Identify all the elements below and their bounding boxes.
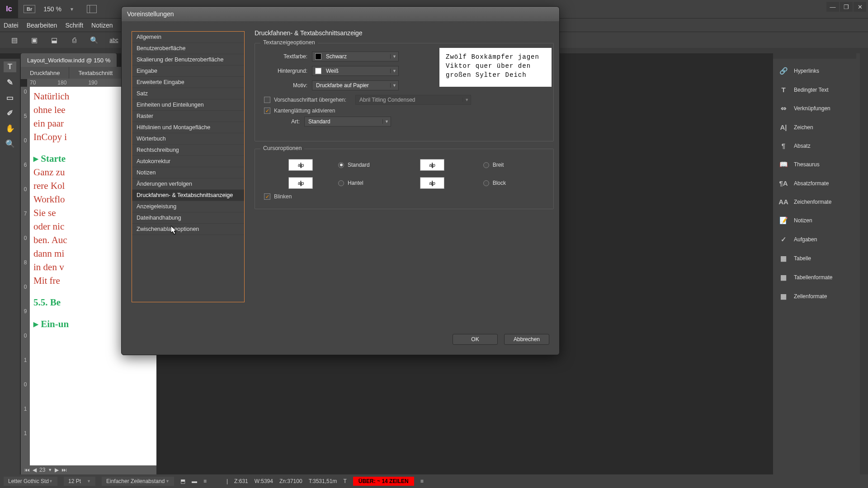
panel-label: Zeichen bbox=[794, 124, 813, 131]
save-icon[interactable]: ⬓ bbox=[50, 36, 59, 44]
document-tab[interactable]: Layout_Workflow.indd @ 150 % bbox=[21, 53, 117, 67]
panel-label: Verknüpfungen bbox=[794, 105, 830, 112]
text-color-combo[interactable]: Schwarz▼ bbox=[312, 52, 399, 61]
panel-hyperlinks[interactable]: 🔗Hyperlinks bbox=[773, 61, 860, 80]
panel-tabellenformate[interactable]: ▦Tabellenformate bbox=[773, 268, 860, 287]
layout-mode-icon[interactable] bbox=[87, 5, 97, 13]
spellcheck-icon[interactable]: abc bbox=[109, 36, 118, 44]
category-item[interactable]: Notizen bbox=[132, 167, 244, 178]
type-tool-icon[interactable]: T bbox=[4, 61, 16, 72]
cancel-button[interactable]: Abbrechen bbox=[504, 334, 549, 345]
panel-bedingter text[interactable]: TBedingter Text bbox=[773, 80, 860, 99]
zoom-dropdown-icon[interactable]: ▼ bbox=[70, 7, 74, 12]
first-page-icon[interactable]: ⏮ bbox=[24, 467, 30, 473]
category-item[interactable]: Erweiterte Eingabe bbox=[132, 77, 244, 88]
font-family-combo[interactable]: Letter Gothic Std▼ bbox=[4, 477, 57, 486]
line-toggle-icon[interactable]: ≡ bbox=[203, 478, 207, 484]
search-icon[interactable]: 🔍 bbox=[90, 36, 99, 44]
eyedropper-tool-icon[interactable]: ✐ bbox=[4, 108, 16, 118]
next-page-icon[interactable]: ▶ bbox=[55, 467, 59, 473]
open-icon[interactable]: ▣ bbox=[30, 36, 39, 44]
panel-absatzformate[interactable]: ¶AAbsatzformate bbox=[773, 174, 860, 192]
category-item[interactable]: Änderungen verfolgen bbox=[132, 178, 244, 190]
page-dropdown-icon[interactable]: ▼ bbox=[48, 468, 52, 472]
panel-zellenformate[interactable]: ▦Zellenformate bbox=[773, 287, 860, 306]
category-item[interactable]: Dateihandhabung bbox=[132, 212, 244, 224]
leading-combo[interactable]: Einfacher Zeilenabstand▼ bbox=[102, 477, 174, 486]
right-panel-scrollbar[interactable] bbox=[860, 53, 868, 474]
cursor-options-legend: Cursoroptionen bbox=[260, 145, 304, 151]
panel-absatz[interactable]: ¶Absatz bbox=[773, 136, 860, 155]
print-icon[interactable]: ⎙ bbox=[70, 36, 79, 44]
vertical-ruler: 050607080901011 bbox=[21, 87, 30, 474]
category-list[interactable]: AllgemeinBenutzeroberflächeSkalierung de… bbox=[132, 31, 245, 302]
background-combo[interactable]: Weiß▼ bbox=[312, 66, 399, 76]
category-item[interactable]: Eingabe bbox=[132, 66, 244, 77]
dialog-title: Voreinstellungen bbox=[122, 7, 559, 21]
window-maximize-button[interactable]: ❐ bbox=[840, 2, 853, 12]
hand-tool-icon[interactable]: ✋ bbox=[4, 123, 16, 134]
category-item[interactable]: Druckfahnen- & Textabschnittsanzeige bbox=[132, 190, 244, 201]
motif-combo[interactable]: Druckfarbe auf Papier▼ bbox=[312, 80, 399, 90]
pen-tool-icon[interactable]: ✎ bbox=[4, 77, 16, 88]
cursor-thumb-breit: a|p bbox=[420, 159, 444, 171]
panel-zeichen[interactable]: A|Zeichen bbox=[773, 118, 860, 136]
cursor-thumb-standard: a|p bbox=[288, 159, 313, 171]
category-item[interactable]: Autokorrektur bbox=[132, 156, 244, 167]
category-item[interactable]: Anzeigeleistung bbox=[132, 201, 244, 212]
category-item[interactable]: Raster bbox=[132, 111, 244, 122]
menu-datei[interactable]: Datei bbox=[4, 22, 19, 29]
mode-tab[interactable]: Druckfahne bbox=[21, 67, 69, 79]
category-item[interactable]: Einheiten und Einteilungen bbox=[132, 99, 244, 111]
type-indicator-icon: T bbox=[343, 478, 346, 484]
hamburger-icon[interactable]: ≡ bbox=[420, 478, 424, 484]
panel-zeichenformate[interactable]: AAZeichenformate bbox=[773, 192, 860, 211]
category-item[interactable]: Hilfslinien und Montagefläche bbox=[132, 122, 244, 133]
column-toggle-icon[interactable]: ⬒ bbox=[180, 478, 185, 484]
category-item[interactable]: Rechtschreibung bbox=[132, 145, 244, 156]
blink-checkbox[interactable] bbox=[264, 193, 270, 200]
zoom-level[interactable]: 150 % bbox=[43, 5, 61, 13]
block-toggle-icon[interactable]: ▬ bbox=[192, 478, 197, 484]
panel-label: Hyperlinks bbox=[794, 68, 819, 74]
panel-thesaurus[interactable]: 📖Thesaurus bbox=[773, 155, 860, 174]
prev-page-icon[interactable]: ◀ bbox=[33, 467, 37, 473]
antialias-type-label: Art: bbox=[261, 118, 304, 125]
panel-icon: ⇔ bbox=[778, 104, 788, 113]
panel-label: Bedingter Text bbox=[794, 87, 829, 93]
mode-tab[interactable]: Textabschnitt bbox=[69, 67, 122, 79]
override-font-checkbox[interactable] bbox=[264, 97, 270, 103]
font-size-combo[interactable]: 12 Pt▼ bbox=[64, 477, 95, 486]
menu-schrift[interactable]: Schrift bbox=[65, 22, 83, 29]
window-close-button[interactable]: ✕ bbox=[854, 2, 866, 12]
panel-aufgaben[interactable]: ✓Aufgaben bbox=[773, 230, 860, 249]
new-icon[interactable]: ▤ bbox=[10, 36, 19, 44]
document-pager[interactable]: ⏮ ◀ 23 ▼ ▶ ⏭ bbox=[21, 465, 156, 474]
cursor-radio-block[interactable]: Block bbox=[483, 180, 547, 186]
cursor-radio-standard[interactable]: Standard bbox=[338, 162, 411, 168]
category-item[interactable]: Satz bbox=[132, 88, 244, 99]
category-item[interactable]: Allgemein bbox=[132, 32, 244, 43]
menu-notizen[interactable]: Notizen bbox=[91, 22, 113, 29]
category-item[interactable]: Benutzeroberfläche bbox=[132, 43, 244, 54]
bridge-badge[interactable]: Br bbox=[24, 5, 35, 13]
category-item[interactable]: Wörterbuch bbox=[132, 133, 244, 145]
category-item[interactable]: Skalierung der Benutzeroberfläche bbox=[132, 54, 244, 66]
page-number[interactable]: 23 bbox=[39, 467, 45, 473]
cursor-radio-breit[interactable]: Breit bbox=[483, 162, 547, 168]
status-bar: Letter Gothic Std▼ 12 Pt▼ Einfacher Zeil… bbox=[0, 474, 868, 488]
ok-button[interactable]: OK bbox=[453, 334, 498, 345]
panel-notizen[interactable]: 📝Notizen bbox=[773, 211, 860, 230]
note-tool-icon[interactable]: ▭ bbox=[4, 92, 16, 103]
panel-verknüpfungen[interactable]: ⇔Verknüpfungen bbox=[773, 99, 860, 118]
cursor-radio-hantel[interactable]: Hantel bbox=[338, 180, 411, 186]
antialias-checkbox[interactable] bbox=[264, 108, 270, 114]
window-minimize-button[interactable]: — bbox=[826, 2, 839, 12]
category-item[interactable]: Zwischenablageoptionen bbox=[132, 224, 244, 235]
menu-bearbeiten[interactable]: Bearbeiten bbox=[27, 22, 57, 29]
last-page-icon[interactable]: ⏭ bbox=[61, 467, 67, 473]
antialias-type-combo[interactable]: Standard▼ bbox=[304, 117, 391, 127]
panel-tabelle[interactable]: ▦Tabelle bbox=[773, 249, 860, 268]
override-font-combo: Abril Titling Condensed▼ bbox=[355, 95, 471, 105]
zoom-tool-icon[interactable]: 🔍 bbox=[4, 138, 16, 149]
